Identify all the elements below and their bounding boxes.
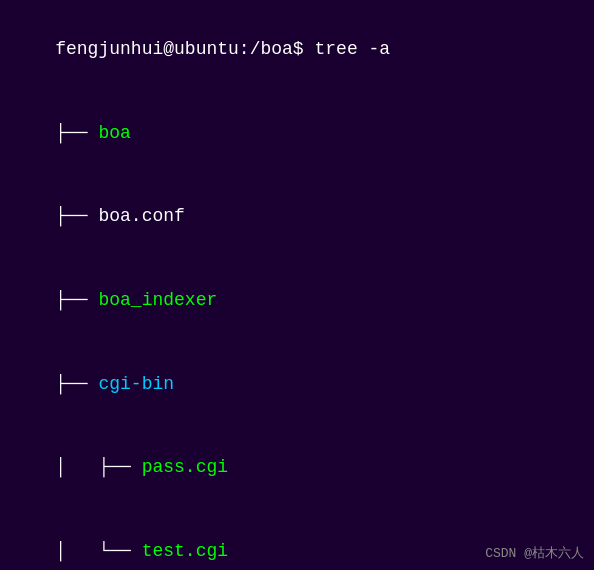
- connector: ├──: [55, 290, 98, 310]
- dir-name: cgi-bin: [98, 374, 174, 394]
- tree-line-cgi-bin: ├── cgi-bin: [12, 343, 582, 427]
- tree-line-boa: ├── boa: [12, 92, 582, 176]
- dir-name: boa: [98, 123, 130, 143]
- file-name: boa.conf: [98, 206, 184, 226]
- dir-name: test.cgi: [142, 541, 228, 561]
- connector: ├──: [55, 374, 98, 394]
- connector: ├──: [55, 123, 98, 143]
- dir-name: boa_indexer: [98, 290, 217, 310]
- connector: ├──: [55, 206, 98, 226]
- connector: │ ├──: [55, 457, 141, 477]
- terminal-window: fengjunhui@ubuntu:/boa$ tree -a ├── boa …: [0, 0, 594, 570]
- dir-name: pass.cgi: [142, 457, 228, 477]
- command: tree -a: [304, 39, 390, 59]
- tree-line-boa-conf: ├── boa.conf: [12, 175, 582, 259]
- prompt: fengjunhui@ubuntu:/boa$: [55, 39, 303, 59]
- tree-line-pass-cgi: │ ├── pass.cgi: [12, 426, 582, 510]
- command-line: fengjunhui@ubuntu:/boa$ tree -a: [12, 8, 582, 92]
- watermark: CSDN @枯木六人: [485, 544, 584, 562]
- tree-line-boa-indexer: ├── boa_indexer: [12, 259, 582, 343]
- connector: │ └──: [55, 541, 141, 561]
